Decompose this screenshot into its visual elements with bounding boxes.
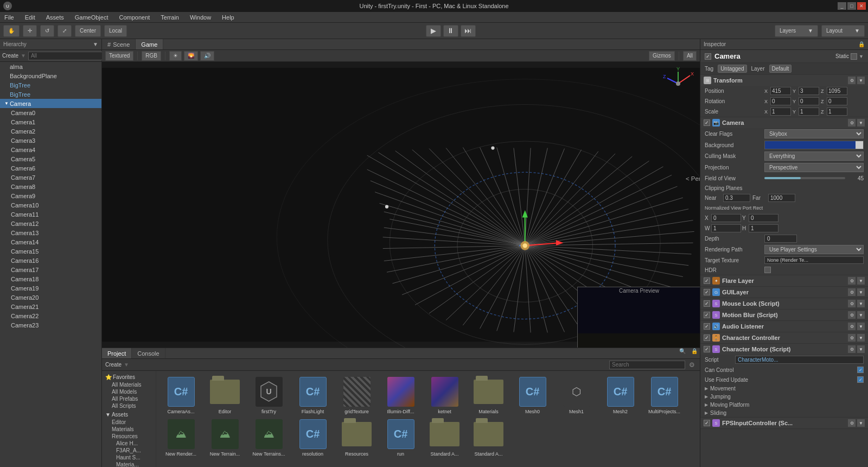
hierarchy-item-17[interactable]: Camera12 bbox=[0, 219, 101, 228]
cm-enabled-toggle[interactable]: ✓ bbox=[704, 346, 710, 352]
motion-settings-btn[interactable]: ⚙ bbox=[848, 311, 856, 319]
sliding-expand[interactable]: ▶ Sliding bbox=[700, 409, 868, 417]
fps-input-header[interactable]: ✓ S FPSInputController (Sc... ⚙ ▼ bbox=[700, 418, 868, 428]
menu-window[interactable]: Window bbox=[188, 13, 213, 22]
close-button[interactable]: ✕ bbox=[857, 2, 866, 10]
search-icon[interactable]: 🔍 bbox=[676, 348, 689, 358]
asset-item-7[interactable]: Materials bbox=[468, 375, 509, 414]
hierarchy-item-7[interactable]: Camera2 bbox=[0, 127, 101, 136]
assets-resources[interactable]: Resources bbox=[105, 433, 152, 440]
favorites-header[interactable]: ⭐ Favorites bbox=[105, 374, 152, 380]
asset-item-8[interactable]: C#Mesh0 bbox=[512, 375, 553, 414]
project-filter-icon[interactable]: ⚙ bbox=[687, 361, 697, 369]
projection-select[interactable]: Perspective bbox=[764, 163, 864, 172]
textured-button[interactable]: Textured bbox=[105, 51, 133, 61]
hierarchy-item-5[interactable]: Camera0 bbox=[0, 108, 101, 117]
hierarchy-item-18[interactable]: Camera13 bbox=[0, 228, 101, 237]
camera-settings-btn[interactable]: ⚙ bbox=[848, 119, 856, 127]
hierarchy-item-6[interactable]: Camera1 bbox=[0, 117, 101, 127]
hierarchy-item-20[interactable]: Camera15 bbox=[0, 247, 101, 256]
hierarchy-item-9[interactable]: Camera4 bbox=[0, 145, 101, 154]
hierarchy-item-14[interactable]: Camera9 bbox=[0, 191, 101, 200]
vr-w-input[interactable] bbox=[711, 224, 741, 232]
cm-script-value[interactable] bbox=[735, 356, 864, 364]
asset-item-4[interactable]: gridTexture bbox=[336, 375, 377, 414]
local-button[interactable]: Local bbox=[104, 25, 127, 37]
favorites-all-scripts[interactable]: All Scripts bbox=[105, 402, 152, 409]
asset-item-13[interactable]: ⛰New Terrain... bbox=[205, 418, 245, 457]
mouse-look-header[interactable]: ✓ S Mouse Look (Script) ⚙ ▼ bbox=[700, 298, 868, 309]
hierarchy-panel-header[interactable]: Hierarchy ▼ bbox=[0, 39, 101, 50]
cc-menu-btn[interactable]: ▼ bbox=[857, 334, 865, 342]
asset-item-9[interactable]: ⬡Mesh1 bbox=[556, 375, 597, 414]
jumping-expand[interactable]: ▶ Jumping bbox=[700, 393, 868, 401]
asset-item-16[interactable]: Resources bbox=[336, 418, 377, 457]
motion-menu-btn[interactable]: ▼ bbox=[857, 311, 865, 319]
lighting-button[interactable]: ☀ bbox=[169, 51, 182, 61]
asset-item-11[interactable]: C#MultiProjects... bbox=[644, 375, 685, 414]
asset-item-3[interactable]: C#FlashLight bbox=[292, 375, 333, 414]
gui-menu-btn[interactable]: ▼ bbox=[857, 288, 865, 296]
gizmos-button[interactable]: Gizmos bbox=[649, 51, 675, 61]
fps-menu-btn[interactable]: ▼ bbox=[857, 419, 865, 427]
background-color-swatch[interactable] bbox=[764, 141, 864, 149]
flare-menu-btn[interactable]: ▼ bbox=[857, 277, 865, 285]
object-active-toggle[interactable]: ✓ bbox=[705, 53, 711, 60]
asset-item-12[interactable]: ⛰New Render... bbox=[161, 418, 201, 457]
asset-item-14[interactable]: ⛰New Terrains... bbox=[248, 418, 289, 457]
audio-listener-header[interactable]: ✓ 🔊 Audio Listener ⚙ ▼ bbox=[700, 321, 868, 332]
hierarchy-search[interactable] bbox=[28, 52, 103, 60]
transform-settings-btn[interactable]: ⚙ bbox=[848, 77, 856, 84]
pos-y-input[interactable] bbox=[799, 87, 819, 95]
rotate-tool[interactable]: ↺ bbox=[40, 25, 54, 37]
assets-lock-icon[interactable]: 🔒 bbox=[689, 348, 700, 358]
tag-dropdown[interactable]: Untagged bbox=[718, 65, 746, 73]
cm-settings-btn[interactable]: ⚙ bbox=[848, 345, 856, 353]
mouse-menu-btn[interactable]: ▼ bbox=[857, 300, 865, 307]
hierarchy-item-22[interactable]: Camera17 bbox=[0, 265, 101, 274]
camera-enabled-toggle[interactable]: ✓ bbox=[704, 119, 710, 126]
vr-x-input[interactable] bbox=[711, 214, 741, 222]
transform-menu-btn[interactable]: ▼ bbox=[857, 77, 865, 84]
mouse-enabled-toggle[interactable]: ✓ bbox=[704, 300, 710, 307]
asset-item-0[interactable]: C#CameraAs... bbox=[161, 375, 201, 414]
scale-x-input[interactable] bbox=[770, 108, 791, 116]
assets-haunts[interactable]: Haunt S... bbox=[105, 454, 152, 461]
favorites-all-prefabs[interactable]: All Prefabs bbox=[105, 395, 152, 402]
hierarchy-item-3[interactable]: ▼BigTree bbox=[0, 90, 101, 99]
background-color-edit[interactable] bbox=[856, 141, 863, 149]
culling-mask-select[interactable]: Everything bbox=[764, 152, 864, 161]
rot-y-input[interactable] bbox=[799, 97, 819, 105]
rot-z-input[interactable] bbox=[827, 97, 847, 105]
gizmo-widget[interactable]: X Y Z bbox=[662, 67, 694, 100]
hierarchy-item-13[interactable]: Camera8 bbox=[0, 182, 101, 191]
assets-f3ar[interactable]: F3AR_A... bbox=[105, 447, 152, 454]
rgb-button[interactable]: RGB bbox=[142, 51, 161, 61]
create-button[interactable]: Create bbox=[2, 53, 18, 59]
asset-item-1[interactable]: Editor bbox=[205, 375, 245, 414]
hierarchy-item-23[interactable]: Camera18 bbox=[0, 274, 101, 283]
cc-enabled-toggle[interactable]: ✓ bbox=[704, 335, 710, 341]
inspector-lock-icon[interactable]: 🔒 bbox=[858, 41, 865, 47]
menu-edit[interactable]: Edit bbox=[23, 13, 37, 22]
audio-menu-btn[interactable]: ▼ bbox=[857, 323, 865, 330]
console-tab[interactable]: Console bbox=[132, 348, 165, 358]
pos-z-input[interactable] bbox=[827, 87, 847, 95]
asset-item-10[interactable]: C#Mesh2 bbox=[600, 375, 641, 414]
move-tool[interactable]: ✛ bbox=[23, 25, 37, 37]
assets-editor[interactable]: Editor bbox=[105, 419, 152, 426]
favorites-all-models[interactable]: All Models bbox=[105, 388, 152, 395]
camera-header[interactable]: ✓ 📷 Camera ⚙ ▼ bbox=[700, 117, 868, 128]
fov-slider-track[interactable] bbox=[764, 177, 845, 179]
hierarchy-item-27[interactable]: Camera22 bbox=[0, 311, 101, 320]
hierarchy-item-16[interactable]: Camera11 bbox=[0, 210, 101, 219]
hierarchy-item-4[interactable]: ▼Camera bbox=[0, 99, 101, 108]
near-input[interactable] bbox=[723, 194, 750, 202]
scale-z-input[interactable] bbox=[827, 108, 847, 116]
project-create-button[interactable]: Create bbox=[105, 362, 122, 368]
play-button[interactable]: ▶ bbox=[426, 25, 441, 37]
favorites-all-materials[interactable]: All Materials bbox=[105, 381, 152, 388]
movement-expand[interactable]: ▶ Movement bbox=[700, 384, 868, 393]
hdr-toggle[interactable] bbox=[764, 267, 771, 273]
hierarchy-item-26[interactable]: Camera21 bbox=[0, 302, 101, 311]
